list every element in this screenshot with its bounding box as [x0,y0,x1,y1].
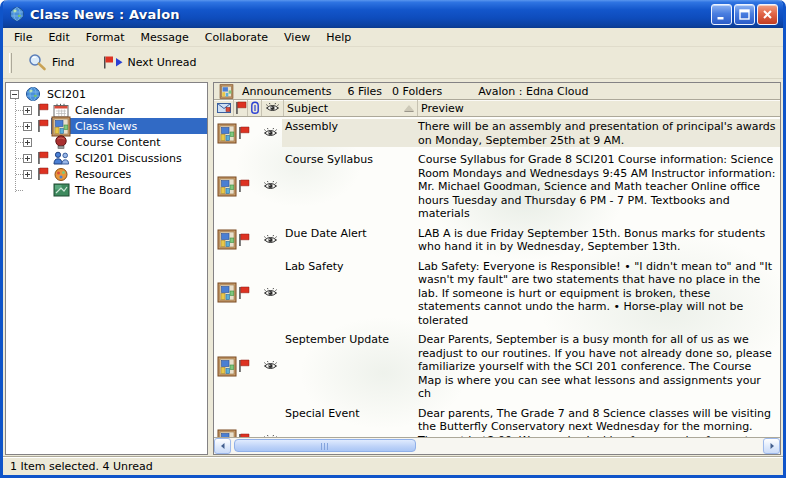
bulletin-icon [217,229,237,250]
message-preview: Dear parents, The Grade 7 and 8 Science … [414,406,780,438]
minimize-button[interactable] [711,4,732,25]
tree-item-body[interactable]: SCI201 Discussions [51,150,207,166]
viewed-eye-icon [263,234,278,246]
message-row-due-date-alert[interactable]: Due Date AlertLAB A is due Friday Septem… [214,224,780,257]
flag-icon [235,101,247,115]
tree-item-label: Resources [73,168,133,181]
unread-flag-icon [36,167,49,181]
sidebar-item-resources[interactable]: Resources [6,166,207,182]
expand-box-icon[interactable] [23,154,32,163]
globe-icon [24,86,42,102]
sidebar-item-calendar[interactable]: Calendar [6,102,207,118]
unread-flag-icon [238,233,250,247]
eye-icon [265,102,280,114]
viewed-eye-cell [258,234,282,246]
scroll-right-button[interactable] [763,438,780,454]
expand-box-icon[interactable] [23,106,32,115]
column-header-subject[interactable]: Subject [284,100,418,116]
window-controls [711,4,778,25]
toolbar-grip[interactable] [9,53,12,73]
menu-message[interactable]: Message [133,29,197,46]
unread-flag-icon [238,126,250,140]
next-unread-icon [103,56,124,69]
conference-tree-panel: SCI201CalendarClass NewsCourse ContentSC… [5,82,208,455]
tree-item-body[interactable]: Course Content [51,134,207,150]
scroll-left-button[interactable] [214,438,231,454]
list-counts: 6 Files 0 Folders [347,85,442,98]
collapse-box-icon[interactable] [10,90,19,99]
message-subject: Assembly [282,119,414,147]
message-icon-cell [214,282,258,303]
sidebar-item-the-board[interactable]: The Board [6,182,207,198]
expand-box-icon[interactable] [23,122,32,131]
bulletin-icon [217,356,237,377]
subject-column-label: Subject [287,102,328,115]
app-window: Class News : Avalon FileEditFormatMessag… [0,0,786,478]
menu-bar: FileEditFormatMessageCollaborateViewHelp [3,28,783,47]
tree-item-body[interactable]: Calendar [51,102,207,118]
unread-flag-icon [36,119,49,133]
sidebar-item-sci201-discussions[interactable]: SCI201 Discussions [6,150,207,166]
sidebar-item-course-content[interactable]: Course Content [6,134,207,150]
expand-box-icon[interactable] [23,138,32,147]
menu-collaborate[interactable]: Collaborate [197,29,276,46]
message-subject: September Update [282,332,414,401]
discussions-icon [53,151,70,165]
message-row-lab-safety[interactable]: Lab SafetyLab Safety: Everyone is Respon… [214,257,780,331]
viewed-eye-cell [258,180,282,192]
status-text: 1 Item selected. 4 Unread [10,460,153,473]
expand-box-icon[interactable] [23,170,32,179]
message-subject: Course Syllabus [282,152,414,221]
resources-icon [52,167,70,182]
message-row-september-update[interactable]: September UpdateDear Parents, September … [214,330,780,404]
tree-item-body[interactable]: The Board [51,182,207,198]
menu-file[interactable]: File [6,29,40,46]
column-header-flag[interactable] [234,100,248,116]
sort-ascending-icon [404,105,414,111]
list-title: Announcements [242,85,331,98]
tree-item-body[interactable]: Class News [51,118,207,134]
column-header-eye[interactable] [262,100,284,116]
sidebar-item-sci201[interactable]: SCI201 [6,86,207,102]
message-list: AssemblyThere will be an assembly and pr… [214,117,780,437]
message-row-special-event[interactable]: Special EventDear parents, The Grade 7 a… [214,404,780,438]
scrollbar-track[interactable] [232,438,762,454]
menu-edit[interactable]: Edit [40,29,77,46]
unread-flag-icon [36,151,49,165]
title-bar[interactable]: Class News : Avalon [3,0,783,28]
content-icon [52,134,70,150]
unread-flag-icon [37,151,49,165]
files-count: 6 Files [347,85,382,98]
tree-item-label: SCI201 Discussions [73,152,184,165]
status-bar: 1 Item selected. 4 Unread [3,456,783,475]
close-button[interactable] [757,4,778,25]
paperclip-icon [250,101,260,115]
tree-item-label: SCI201 [45,88,88,101]
sidebar-item-class-news[interactable]: Class News [6,118,207,134]
column-header-paperclip[interactable] [248,100,262,116]
column-header-preview[interactable]: Preview [418,100,780,116]
viewed-eye-icon [263,360,278,372]
message-icon-cell [214,429,258,437]
viewed-eye-icon [263,127,278,139]
next-unread-button[interactable]: Next Unread [98,52,206,73]
scrollbar-thumb[interactable] [234,439,416,452]
maximize-icon [738,8,751,21]
tree-item-body[interactable]: Resources [51,166,207,182]
menu-help[interactable]: Help [318,29,359,46]
tree-item-body[interactable]: SCI201 [23,86,207,102]
menu-format[interactable]: Format [78,29,133,46]
message-row-course-syllabus[interactable]: Course SyllabusCourse Syllabus for Grade… [214,150,780,224]
next-unread-label: Next Unread [128,56,197,69]
message-list-panel: Announcements 6 Files 0 Folders Avalon :… [213,82,781,455]
find-button[interactable]: Find [22,49,84,76]
message-preview: LAB A is due Friday September 15th. Bonu… [414,226,780,254]
list-header: Announcements 6 Files 0 Folders Avalon :… [214,83,780,100]
message-row-assembly[interactable]: AssemblyThere will be an assembly and pr… [214,117,780,150]
globe-icon [25,86,41,102]
column-header-envelope[interactable] [214,100,234,116]
maximize-button[interactable] [734,4,755,25]
menu-view[interactable]: View [276,29,318,46]
viewed-eye-cell [258,127,282,139]
news-icon [219,84,234,99]
